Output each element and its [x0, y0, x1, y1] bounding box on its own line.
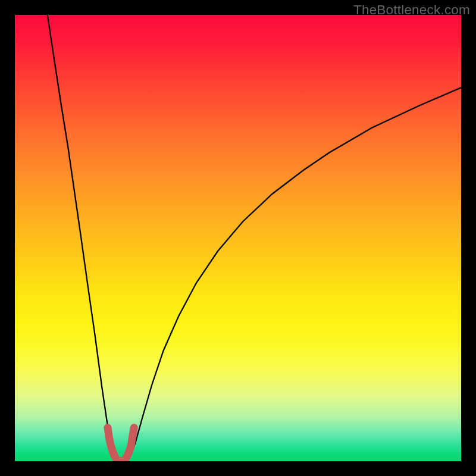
right-branch-curve — [126, 87, 461, 461]
left-branch-curve — [48, 15, 117, 461]
chart-area — [15, 15, 461, 461]
chart-svg — [15, 15, 461, 461]
bottom-highlight-curve — [108, 428, 134, 461]
